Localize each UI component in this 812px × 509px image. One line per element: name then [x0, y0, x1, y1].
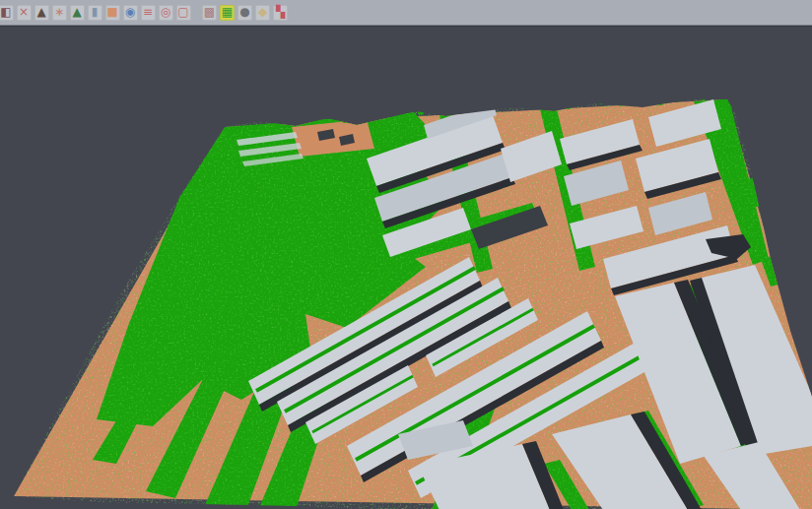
- tool-classify-button[interactable]: ▦: [220, 5, 235, 21]
- point-cloud-canvas: [0, 27, 812, 509]
- tool-profile-button[interactable]: ▮: [88, 5, 102, 21]
- tool-dtm-button[interactable]: ▲: [70, 5, 85, 21]
- toolbar: ◧×▲∗▲▮■◉≡◎▢▩▦●◆▚: [0, 0, 812, 26]
- tool-cross-button[interactable]: ×: [17, 5, 32, 21]
- tool-points-button[interactable]: ∗: [52, 5, 67, 21]
- tool-dtm-icon: ▲: [72, 5, 81, 20]
- tool-mesh-button[interactable]: ●: [237, 5, 252, 21]
- tool-list-button[interactable]: ≡: [141, 5, 156, 21]
- tool-ground-class-icon: ■: [106, 5, 117, 20]
- tool-target-button[interactable]: ◎: [159, 5, 173, 21]
- tool-terrain-button[interactable]: ▲: [34, 5, 49, 21]
- tool-clip-icon: ◧: [0, 5, 11, 20]
- toolbar-icons: ◧×▲∗▲▮■◉≡◎▢▩▦●◆▚: [0, 0, 290, 25]
- tool-history-button[interactable]: ◆: [255, 5, 270, 21]
- tool-snapshot-button[interactable]: ▚: [273, 5, 288, 21]
- tool-target-icon: ◎: [161, 5, 170, 20]
- tool-grid-button[interactable]: ▩: [202, 5, 217, 21]
- viewport-3d[interactable]: [0, 26, 812, 509]
- tool-history-icon: ◆: [258, 5, 267, 20]
- tool-mesh-icon: ●: [239, 5, 249, 20]
- tool-list-icon: ≡: [143, 5, 153, 20]
- tool-extent-icon: ▢: [177, 5, 188, 20]
- tool-globe-button[interactable]: ◉: [123, 5, 138, 21]
- tool-clip-button[interactable]: ◧: [0, 5, 14, 21]
- tool-classify-icon: ▦: [222, 5, 233, 20]
- tool-globe-icon: ◉: [125, 5, 135, 20]
- tool-snapshot-icon: ▚: [276, 5, 285, 20]
- tool-profile-icon: ▮: [92, 5, 99, 20]
- tool-points-icon: ∗: [54, 5, 64, 20]
- tool-extent-button[interactable]: ▢: [176, 5, 191, 21]
- tool-grid-icon: ▩: [204, 5, 215, 20]
- tool-ground-class-button[interactable]: ■: [105, 5, 120, 21]
- tool-terrain-icon: ▲: [36, 5, 45, 20]
- tool-cross-icon: ×: [19, 5, 29, 20]
